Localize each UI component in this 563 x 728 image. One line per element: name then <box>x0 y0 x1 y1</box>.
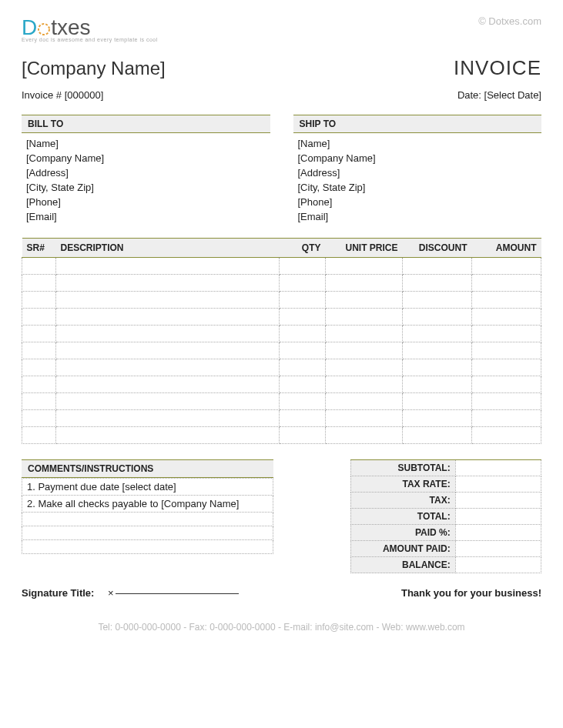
comment-row <box>22 540 273 554</box>
col-amt: AMOUNT <box>472 239 541 258</box>
comment-row: 2. Make all checks payable to [Company N… <box>22 496 273 513</box>
invoice-number: Invoice # [000000] <box>22 89 103 101</box>
signature-row: Signature Title: × Thank you for your bu… <box>22 587 541 599</box>
amountpaid-row: AMOUNT PAID: <box>350 541 541 557</box>
logo: Dtxes Every doc is awesome and every tem… <box>22 15 158 42</box>
bill-to-email: [Email] <box>26 209 270 224</box>
col-sr: SR# <box>22 239 56 258</box>
total-label: TOTAL: <box>350 509 455 525</box>
address-row: BILL TO [Name] [Company Name] [Address] … <box>22 115 541 224</box>
ship-to-header: SHIP TO <box>293 115 542 133</box>
subtotal-label: SUBTOTAL: <box>350 460 455 476</box>
table-row <box>22 427 541 444</box>
comment-row <box>22 526 273 540</box>
table-row <box>22 410 541 427</box>
table-row <box>22 359 541 376</box>
items-table: SR# DESCRIPTION QTY UNIT PRICE DISCOUNT … <box>22 238 541 444</box>
comment-line <box>22 513 273 526</box>
tax-value <box>455 493 541 509</box>
ship-to-address: [Address] <box>298 165 542 180</box>
table-row <box>22 393 541 410</box>
items-header-row: SR# DESCRIPTION QTY UNIT PRICE DISCOUNT … <box>22 239 541 258</box>
meta-row: Invoice # [000000] Date: [Select Date] <box>22 89 541 101</box>
logo-tagline: Every doc is awesome and every template … <box>22 37 158 42</box>
signature-block: Signature Title: × <box>22 587 239 599</box>
balance-label: BALANCE: <box>350 557 455 573</box>
paidpct-value <box>455 525 541 541</box>
bill-to-city: [City, State Zip] <box>26 180 270 195</box>
table-row <box>22 376 541 393</box>
ship-to-name: [Name] <box>298 136 542 151</box>
table-row <box>22 309 541 326</box>
col-disc: DISCOUNT <box>403 239 472 258</box>
ship-to-email: [Email] <box>298 209 542 224</box>
totals-box: SUBTOTAL: TAX RATE: TAX: TOTAL: PAID %: … <box>350 459 541 573</box>
signature-underline <box>116 593 239 594</box>
ship-to-city: [City, State Zip] <box>298 180 542 195</box>
comment-row: 1. Payment due date [select date] <box>22 479 273 496</box>
bill-to-address: [Address] <box>26 165 270 180</box>
bill-to-header: BILL TO <box>22 115 270 133</box>
table-row <box>22 292 541 309</box>
logo-part2: txes <box>51 15 90 39</box>
tax-row: TAX: <box>350 493 541 509</box>
balance-row: BALANCE: <box>350 557 541 573</box>
signature-label: Signature Title: <box>22 587 94 599</box>
col-unit: UNIT PRICE <box>326 239 403 258</box>
footer: Tel: 0-000-000-0000 - Fax: 0-000-000-000… <box>22 622 541 633</box>
comment-line: 1. Payment due date [select date] <box>22 479 273 496</box>
title-row: [Company Name] INVOICE <box>22 56 541 80</box>
table-row <box>22 326 541 342</box>
svg-point-0 <box>39 24 49 35</box>
ship-to-phone: [Phone] <box>298 195 542 209</box>
header-top: Dtxes Every doc is awesome and every tem… <box>22 15 541 42</box>
comments-header: COMMENTS/INSTRUCTIONS <box>22 459 273 478</box>
tax-label: TAX: <box>350 493 455 509</box>
items-body <box>22 258 541 444</box>
comment-line <box>22 526 273 540</box>
signature-x: × <box>108 587 114 599</box>
comment-line <box>22 540 273 554</box>
comments-table: 1. Payment due date [select date] 2. Mak… <box>22 478 273 554</box>
bill-to-name: [Name] <box>26 136 270 151</box>
watermark: © Dotxes.com <box>478 15 541 27</box>
bill-to-lines: [Name] [Company Name] [Address] [City, S… <box>22 133 270 224</box>
table-row <box>22 275 541 292</box>
subtotal-row: SUBTOTAL: <box>350 460 541 476</box>
ship-to-lines: [Name] [Company Name] [Address] [City, S… <box>293 133 542 224</box>
subtotal-value <box>455 460 541 476</box>
comment-line: 2. Make all checks payable to [Company N… <box>22 496 273 513</box>
ship-to-box: SHIP TO [Name] [Company Name] [Address] … <box>293 115 542 224</box>
taxrate-row: TAX RATE: <box>350 476 541 493</box>
taxrate-value <box>455 476 541 493</box>
invoice-date: Date: [Select Date] <box>457 89 541 101</box>
col-desc: DESCRIPTION <box>56 239 280 258</box>
balance-value <box>455 557 541 573</box>
paidpct-row: PAID %: <box>350 525 541 541</box>
amountpaid-label: AMOUNT PAID: <box>350 541 455 557</box>
thanks-text: Thank you for your business! <box>401 587 541 599</box>
bottom-row: COMMENTS/INSTRUCTIONS 1. Payment due dat… <box>22 459 541 573</box>
bill-to-company: [Company Name] <box>26 151 270 165</box>
taxrate-label: TAX RATE: <box>350 476 455 493</box>
table-row <box>22 258 541 275</box>
amountpaid-value <box>455 541 541 557</box>
totals-table: SUBTOTAL: TAX RATE: TAX: TOTAL: PAID %: … <box>350 459 541 573</box>
ship-to-company: [Company Name] <box>298 151 542 165</box>
comments-box: COMMENTS/INSTRUCTIONS 1. Payment due dat… <box>22 459 273 554</box>
invoice-label: INVOICE <box>454 56 541 80</box>
col-qty: QTY <box>280 239 326 258</box>
total-row: TOTAL: <box>350 509 541 525</box>
company-name: [Company Name] <box>22 58 166 79</box>
bill-to-box: BILL TO [Name] [Company Name] [Address] … <box>22 115 270 224</box>
logo-part1: D <box>22 15 37 39</box>
bill-to-phone: [Phone] <box>26 195 270 209</box>
comment-row <box>22 513 273 526</box>
paidpct-label: PAID %: <box>350 525 455 541</box>
table-row <box>22 342 541 359</box>
total-value <box>455 509 541 525</box>
signature-line: × <box>108 587 239 599</box>
